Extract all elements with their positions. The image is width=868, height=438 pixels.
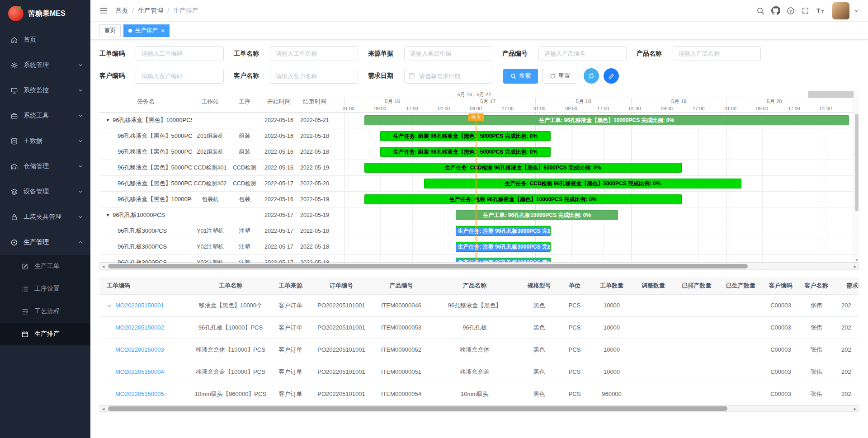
orders-col-unit: 单位 <box>558 277 591 294</box>
row-expand-icon[interactable] <box>107 303 112 309</box>
orders-horizontal-scrollbar[interactable]: ◂ ▸ <box>99 405 859 412</box>
orders-row[interactable]: MO202205150001移液盒【黑色】10000个客户订单PO2022051… <box>99 294 859 316</box>
gantt-task-name: 96孔移液盒【黑色】5000PCS <box>99 148 192 156</box>
expand-triangle-icon[interactable]: ▼ <box>106 118 110 122</box>
gantt-order-bar[interactable]: 生产工单: 96孔孔板10000PCS 完成比例: 0% <box>456 210 618 220</box>
orders-table-body: MO202205150001移液盒【黑色】10000个客户订单PO2022051… <box>99 294 859 405</box>
filter-customer-code-wrap <box>136 69 224 84</box>
gantt-task-bar[interactable]: 生产任务: 注塑 96孔孔板3000PCS 完成比例: 0% <box>456 226 550 236</box>
home-icon <box>10 36 18 44</box>
gantt-grid-row[interactable]: 96孔移液盒【黑色】10000PCS包装机包装2022-05-162022-05… <box>99 192 332 207</box>
gantt-task-bar[interactable]: 生产任务: 包装 96孔移液盒【黑色】10000PCS 完成比例: 0% <box>364 194 682 204</box>
order-code-link[interactable]: MO202205150003 <box>115 346 164 353</box>
filter-work-order-name-input[interactable] <box>270 46 358 61</box>
gantt-timeline-row: 生产任务: CCD检测 96孔移液盒【黑色】5000PCS 完成比例: 0% <box>332 160 854 176</box>
font-size-icon[interactable]: TT <box>816 7 826 15</box>
tab-home[interactable]: 首页 <box>99 24 121 37</box>
gantt-grid-row[interactable]: 96孔移液盒【黑色】5000PCSCCD检测#02CCD检测2022-05-17… <box>99 176 332 192</box>
close-tab-icon[interactable]: × <box>161 28 165 34</box>
gantt-grid-row[interactable]: 96孔移液盒【黑色】5000PCSZ01组装机组装2022-05-162022-… <box>99 128 332 144</box>
filter-customer-code-input[interactable] <box>136 69 224 84</box>
breadcrumb-item[interactable]: 生产管理 <box>138 7 163 15</box>
order-code-link[interactable]: MO202205150005 <box>115 391 164 397</box>
sidebar-item-equipment-management[interactable]: 设备管理 <box>0 179 90 204</box>
gantt-order-bar[interactable]: 生产工单: 96孔移液盒【黑色】10000PCS 完成比例: 0% <box>364 115 849 125</box>
chevron-down-icon <box>78 62 83 68</box>
fullscreen-icon[interactable] <box>802 7 809 14</box>
gantt-task-bar[interactable]: 生产任务: CCD检测 96孔移液盒【黑色】5000PCS 完成比例: 0% <box>364 163 682 173</box>
gantt-vertical-scrollbar[interactable]: ▾ <box>854 91 859 262</box>
menu-fold-icon[interactable] <box>99 6 108 15</box>
user-avatar[interactable] <box>832 2 849 19</box>
gantt-range-label: 5月 16 - 5月 22 <box>458 91 491 98</box>
gantt-hour-label: 09:00 <box>565 106 577 111</box>
search-button[interactable]: 搜索 <box>503 69 538 84</box>
sidebar-item-system-management[interactable]: 系统管理 <box>0 52 90 78</box>
gantt-grid-row[interactable]: 96孔孔板3000PCSY01注塑机注塑2022-05-172022-05-18 <box>99 223 332 239</box>
gantt-grid-row[interactable]: 96孔孔板3000PCSY03注塑机注塑2022-05-172022-05-18 <box>99 255 332 263</box>
github-icon[interactable] <box>771 6 780 15</box>
sidebar-item-system-monitor[interactable]: 系统监控 <box>0 78 90 103</box>
gantt-grid-row[interactable]: ▼96孔孔板10000PCS2022-05-172022-05-19 <box>99 207 332 223</box>
gantt-task-bar[interactable]: 生产任务: CCD检测 96孔移液盒【黑色】5000PCS 完成比例: 0% <box>424 179 741 188</box>
gantt-hscroll-right-arrow[interactable]: ▸ <box>852 263 859 269</box>
sidebar-item-label: 主数据 <box>24 137 78 145</box>
filter-work-order-code-input[interactable] <box>136 46 224 61</box>
orders-cell-customer_code: C00003 <box>762 361 799 383</box>
gantt-hscroll-left-arrow[interactable]: ◂ <box>100 263 107 269</box>
sidebar-item-production-management[interactable]: 生产管理 <box>0 230 90 255</box>
filter-work-order-code-label: 工单编码 <box>99 50 131 58</box>
sidebar-item-home[interactable]: 首页 <box>0 27 90 52</box>
search-icon[interactable] <box>756 7 764 15</box>
gantt-grid-row[interactable]: 96孔移液盒【黑色】5000PCSCCD检测#01CCD检测2022-05-16… <box>99 160 332 176</box>
reset-button[interactable]: 重置 <box>542 69 577 84</box>
breadcrumb-item[interactable]: 首页 <box>115 7 128 15</box>
order-code-link[interactable]: MO202205150004 <box>115 368 164 375</box>
sidebar-item-system-tools[interactable]: 系统工具 <box>0 103 90 128</box>
order-code-link[interactable]: MO202205150001 <box>115 302 164 309</box>
expand-triangle-icon[interactable]: ▼ <box>106 213 110 217</box>
sidebar-item-warehouse-management[interactable]: 仓储管理 <box>0 154 90 179</box>
orders-row[interactable]: MO202205150004移液盒盒盖【10000】PCS客户订单PO20220… <box>99 361 859 383</box>
gantt-hscroll-thumb[interactable] <box>108 264 748 268</box>
orders-row[interactable]: MO20220515000296孔孔板【10000】PCS客户订单PO20220… <box>99 316 859 339</box>
orders-row[interactable]: MO202205150003移液盒盒体【10000】PCS客户订单PO20220… <box>99 339 859 361</box>
orders-cell-product_code: ITEM00000046 <box>373 294 429 316</box>
sidebar-item-production-scheduling[interactable]: 生产排产 <box>0 323 90 345</box>
orders-row[interactable]: MO20220515000510mm吸头【960000】PCS客户订单PO202… <box>99 383 859 405</box>
filter-product-name-input[interactable] <box>673 46 761 61</box>
gantt-task-bar[interactable]: 生产任务: 组装 96孔移液盒【黑色】5000PCS 完成比例: 0% <box>380 147 550 157</box>
sidebar-item-production-order[interactable]: 生产工单 <box>0 255 90 278</box>
active-tab-dot <box>128 29 132 33</box>
refresh-circle-button[interactable] <box>584 68 599 84</box>
svg-text:T: T <box>816 7 821 14</box>
tab-production-scheduling[interactable]: 生产排产× <box>123 24 170 37</box>
help-icon[interactable]: ? <box>787 7 795 15</box>
gantt-task-bar[interactable]: 生产任务: 注塑 96孔孔板3000PCS 完成比例: 0% <box>456 242 550 252</box>
edit-circle-button[interactable] <box>604 68 619 84</box>
caret-down-icon[interactable] <box>854 8 859 14</box>
gantt-grid-row[interactable]: 96孔孔板3000PCSY02注塑机注塑2022-05-172022-05-18 <box>99 239 332 255</box>
gantt-task-name-text: 96孔移液盒【黑色】5000PCS <box>118 148 192 156</box>
gantt-task-bar[interactable]: 生产任务: 组装 96孔移液盒【黑色】5000PCS 完成比例: 0% <box>380 131 550 141</box>
gantt-task-bar[interactable]: 生产任务: 注塑 96孔孔板3000PCS 完成比例: 0% <box>456 258 550 262</box>
app-logo[interactable]: 苦糖果MES <box>0 0 90 27</box>
gantt-vscroll-down-arrow[interactable]: ▾ <box>854 258 859 262</box>
filter-customer-name-input[interactable] <box>270 69 358 84</box>
orders-hscroll-left-arrow[interactable]: ◂ <box>100 405 107 412</box>
orders-hscroll-thumb[interactable] <box>108 406 727 411</box>
filter-demand-date-input[interactable] <box>404 69 492 84</box>
gantt-grid-row[interactable]: ▼96孔移液盒【黑色】10000PCS2022-05-162022-05-21 <box>99 113 332 128</box>
sidebar-item-process-flow[interactable]: 工艺流程 <box>0 300 90 323</box>
orders-hscroll-right-arrow[interactable]: ▸ <box>852 405 859 412</box>
gantt-horizontal-scrollbar[interactable]: ◂ ▸ <box>99 263 859 270</box>
gantt-grid-row[interactable]: 96孔移液盒【黑色】5000PCSZ02组装机组装2022-05-162022-… <box>99 144 332 160</box>
filter-product-code-input[interactable] <box>538 46 627 61</box>
gantt-vscroll-thumb[interactable] <box>855 114 859 211</box>
filter-source-doc-input[interactable] <box>404 46 492 61</box>
sidebar-item-process-settings[interactable]: 工序设置 <box>0 278 90 300</box>
order-code-link[interactable]: MO202205150002 <box>115 324 164 331</box>
sidebar-item-fixture-management[interactable]: 工装夹具管理 <box>0 204 90 230</box>
sidebar-item-master-data[interactable]: 主数据 <box>0 128 90 154</box>
gantt-task-name: ▼96孔移液盒【黑色】10000PCS <box>99 116 192 124</box>
